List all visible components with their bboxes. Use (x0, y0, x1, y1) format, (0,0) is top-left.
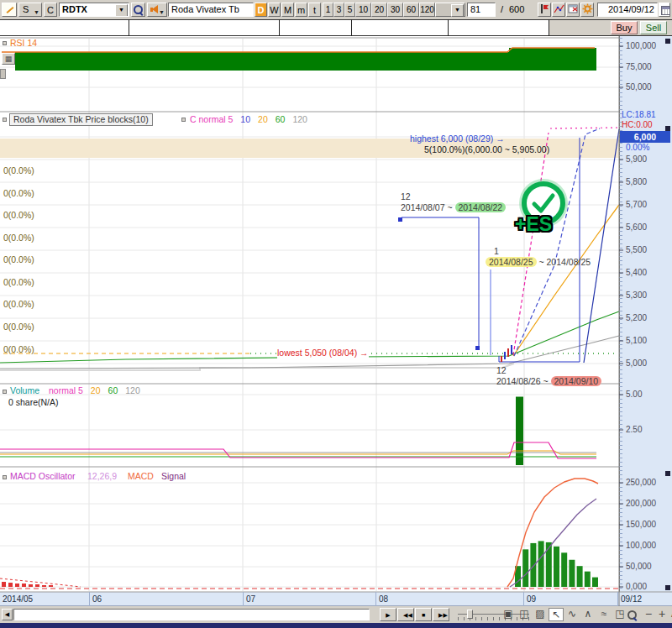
price-axis-label: 5,800 (626, 178, 671, 186)
panel-bullet[interactable] (3, 41, 7, 45)
period-button-t[interactable]: t (308, 3, 321, 17)
macd-params: 12,26,9 (87, 471, 117, 482)
gear-icon (582, 3, 593, 14)
period-button-W[interactable]: W (268, 3, 281, 17)
divider (549, 19, 549, 36)
panel-bullet[interactable] (3, 475, 7, 479)
price-block-label: 0(0.0%) (3, 165, 34, 175)
buy-button[interactable]: Buy (611, 21, 638, 34)
scroll-left-button[interactable]: ◀ (2, 609, 13, 620)
play-button[interactable]: ▶ (380, 608, 396, 621)
settings-gear-button[interactable] (580, 3, 594, 17)
date-value: 2014/09/12 (608, 3, 654, 16)
highest-annotation: highest 6,000 (08/29) → (410, 133, 505, 144)
chart-tool-icon-0[interactable]: ▣ (501, 608, 516, 621)
date-axis-label: 09 (527, 594, 536, 604)
interval-button-120[interactable]: 120 (419, 3, 435, 17)
period-button-M[interactable]: M (281, 3, 294, 17)
panel-resize-marker[interactable] (665, 126, 670, 131)
chart-tool-icon-2[interactable]: ▨ (533, 608, 548, 621)
range-dates: 2014/08/26 ~ (496, 376, 551, 386)
price-axis-label: 5,400 (626, 269, 671, 277)
chart-tool-icon-5[interactable]: ∧ (580, 608, 596, 621)
stop-button[interactable]: ■ (415, 608, 432, 621)
panel-bullet[interactable] (3, 118, 7, 122)
window-bottom-edge (0, 623, 672, 628)
date-field[interactable]: 2014/09/12 (597, 3, 658, 17)
chart-tool-icon-4[interactable]: ∿ (564, 608, 580, 621)
price-axis-label: 5,000 (626, 359, 671, 368)
price-block-label: 0(0.0%) (3, 277, 34, 287)
es-badge-label: +ES (515, 213, 552, 236)
interval-button-3[interactable]: 3 (333, 3, 344, 17)
count-total: 600 (509, 4, 524, 14)
period-button-D[interactable]: D (255, 3, 267, 17)
rewind-button[interactable]: ◀◀ (397, 608, 414, 621)
fast-forward-button[interactable]: ▶▶ (433, 608, 449, 621)
panel-tab[interactable] (0, 69, 6, 79)
horizontal-scrollbar[interactable] (13, 609, 370, 620)
chart-tool-icon-3[interactable]: ↖ (549, 608, 564, 621)
calendar-icon (661, 6, 670, 15)
interval-button-1[interactable]: 1 (323, 3, 333, 17)
divider (279, 19, 280, 36)
top-toolbar: S▼ C RDTX ▼ ▼ Roda Vivatex Tb DWMmt 1351… (0, 0, 672, 19)
price-axis-label: 5,900 (626, 155, 671, 164)
chart-tool-icon-6[interactable]: ≈ (596, 608, 612, 621)
panel-resize-marker[interactable] (665, 471, 670, 476)
interval-dropdown[interactable]: ▼ (435, 3, 465, 17)
note-icon[interactable] (2, 3, 17, 17)
series-dropdown[interactable]: S▼ (18, 3, 42, 17)
price-block-label: 0(0.0%) (3, 299, 34, 309)
range-date-highlighted: 2014/08/25 (486, 257, 537, 267)
sound-dropdown[interactable]: ▼ (147, 3, 167, 17)
snapshot-icon-button[interactable] (566, 3, 580, 17)
symbol-name-input[interactable]: Roda Vivatex Tb (168, 3, 254, 17)
interval-button-20[interactable]: 20 (371, 3, 387, 17)
macd-axis-label: 100,000 (626, 542, 671, 550)
range-count: 12 (496, 365, 601, 376)
date-axis-separator (89, 592, 90, 606)
trend-chart-icon-button[interactable] (552, 3, 565, 17)
chart-tool-icon-7[interactable]: ◳ (612, 608, 627, 621)
price-alert-icon[interactable] (538, 3, 551, 17)
range-date-highlighted: 2014/09/10 (551, 376, 602, 386)
divider (351, 19, 352, 36)
symbol-input[interactable]: RDTX ▼ (59, 3, 129, 17)
symbol-value: RDTX (62, 4, 87, 14)
line-chart-icon (554, 3, 564, 14)
period-button-m[interactable]: m (295, 3, 307, 17)
rsi-axis-label: 100,000 (626, 42, 671, 50)
change-pct-axis-label: 0.00% (626, 144, 671, 152)
legend-item: 120 (125, 385, 140, 395)
legend-item: 20 (258, 114, 268, 124)
zoom-icon[interactable] (627, 610, 637, 621)
price-axis-label: 5,700 (626, 201, 671, 209)
rsi-panel-title: RSI 14 (10, 38, 37, 49)
sell-button[interactable]: Sell (640, 21, 667, 34)
calendar-button[interactable] (659, 3, 670, 17)
interval-button-5[interactable]: 5 (344, 3, 355, 17)
interval-button-60[interactable]: 60 (403, 3, 419, 17)
chart-tool-icon-1[interactable]: ◫ (517, 608, 532, 621)
chart-type-button[interactable]: C (44, 3, 57, 17)
search-button[interactable] (131, 3, 145, 17)
price-block-range-annotation: 5(100.0%)(6,000.00 ~ 5,905.00) (424, 144, 549, 155)
auto-scale-button[interactable]: A (667, 608, 672, 621)
lowest-annotation: lowest 5,050 (08/04) → (277, 348, 369, 358)
panel-bullet[interactable] (3, 390, 7, 394)
volume-legend: normal 52060120 (49, 385, 148, 396)
chevron-down-icon[interactable]: ▼ (115, 4, 128, 17)
bar-count-input[interactable]: 81 (467, 3, 496, 17)
speed-slider-handle[interactable] (467, 610, 473, 619)
rsi-collapse-icon[interactable]: ▦ (2, 53, 15, 65)
date-axis-separator (243, 592, 244, 606)
panel-bullet[interactable] (181, 118, 186, 122)
magnifier-icon (627, 610, 637, 620)
price-axis-label: 5,200 (626, 314, 671, 322)
macd-signal-label: Signal (161, 471, 186, 482)
price-block-label: 0(0.0%) (3, 344, 34, 354)
speaker-icon-cone (152, 5, 158, 13)
interval-button-10[interactable]: 10 (355, 3, 371, 17)
interval-button-30[interactable]: 30 (387, 3, 403, 17)
